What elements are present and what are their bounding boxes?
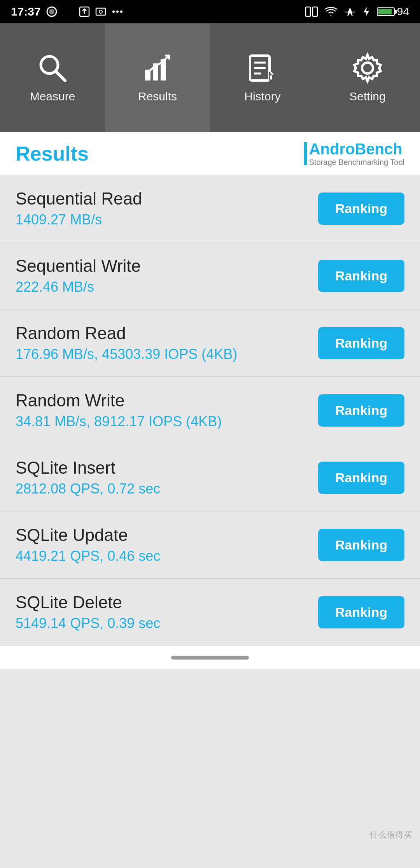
result-name: Sequential Write [16,256,141,276]
status-right: 94 [305,5,409,18]
setting-icon [352,52,383,84]
result-info: Random Read 176.96 MB/s, 45303.39 IOPS (… [16,324,237,362]
logo-subtitle: Storage Benchmarking Tool [309,158,404,167]
wifi-icon [324,6,338,17]
screenshot-icon [95,6,106,17]
status-time: 17:37 [11,5,41,18]
status-left: 17:37 [11,5,123,18]
more-icon [112,10,123,14]
status-bar: 17:37 94 [0,0,420,23]
ranking-button[interactable]: Ranking [318,327,404,359]
result-value: 2812.08 QPS, 0.72 sec [16,481,160,497]
result-item: Random Read 176.96 MB/s, 45303.39 IOPS (… [0,310,420,377]
upload-icon [79,6,90,17]
logo-name: AndroBench [309,140,404,158]
result-info: Sequential Read 1409.27 MB/s [16,189,142,228]
result-item: Sequential Write 222.46 MB/s Ranking [0,242,420,310]
result-value: 1409.27 MB/s [16,212,142,228]
result-item: SQLite Insert 2812.08 QPS, 0.72 sec Rank… [0,444,420,511]
result-value: 4419.21 QPS, 0.46 sec [16,548,160,564]
tab-results[interactable]: Results [105,23,210,132]
result-value: 176.96 MB/s, 45303.39 IOPS (4KB) [16,346,237,362]
result-name: SQLite Delete [16,593,160,612]
page-title: Results [16,142,89,165]
results-list: Sequential Read 1409.27 MB/s Ranking Seq… [0,175,420,646]
results-icon [142,52,173,84]
page-header: Results AndroBench Storage Benchmarking … [0,132,420,175]
nav-tabs: Measure Results History Setting [0,23,420,132]
svg-point-6 [116,10,119,13]
result-info: Random Write 34.81 MB/s, 8912.17 IOPS (4… [16,391,222,430]
svg-rect-8 [306,7,310,16]
tab-setting-label: Setting [349,90,385,103]
result-item: Random Write 34.81 MB/s, 8912.17 IOPS (4… [0,377,420,444]
crescent-icon [63,6,74,17]
tab-measure[interactable]: Measure [0,23,105,132]
logo-bar [304,142,307,165]
ranking-button[interactable]: Ranking [318,529,404,561]
result-item: SQLite Delete 5149.14 QPS, 0.39 sec Rank… [0,579,420,646]
svg-line-12 [56,71,65,80]
charging-icon [362,6,371,17]
tab-setting[interactable]: Setting [315,23,420,132]
logo-text: AndroBench Storage Benchmarking Tool [309,140,404,167]
watermark: 什么值得买 [369,829,412,841]
ranking-button[interactable]: Ranking [318,260,404,292]
result-item: SQLite Update 4419.21 QPS, 0.46 sec Rank… [0,511,420,579]
sim-icon [305,6,318,17]
ranking-button[interactable]: Ranking [318,596,404,628]
result-item: Sequential Read 1409.27 MB/s Ranking [0,175,420,242]
measure-icon [37,52,68,84]
history-icon [247,52,278,84]
result-value: 5149.14 QPS, 0.39 sec [16,615,160,632]
tab-results-label: Results [138,90,177,103]
battery-fill [378,9,392,14]
ranking-button[interactable]: Ranking [318,394,404,427]
result-info: SQLite Delete 5149.14 QPS, 0.39 sec [16,593,160,632]
home-indicator [171,656,249,660]
svg-point-5 [112,10,115,13]
result-name: SQLite Insert [16,458,160,478]
svg-marker-10 [364,7,369,16]
ranking-button[interactable]: Ranking [318,462,404,494]
svg-line-22 [271,73,273,74]
battery-container: 94 [377,5,409,18]
battery-level: 94 [397,5,409,18]
result-info: Sequential Write 222.46 MB/s [16,256,141,295]
tab-history[interactable]: History [210,23,315,132]
result-name: Random Read [16,324,237,343]
svg-point-7 [120,10,122,13]
svg-rect-3 [96,8,105,15]
tab-history-label: History [244,90,280,103]
svg-point-1 [49,9,54,14]
result-info: SQLite Update 4419.21 QPS, 0.46 sec [16,525,160,564]
result-value: 222.46 MB/s [16,279,141,295]
result-name: Sequential Read [16,189,142,208]
circle-icon [46,6,57,17]
bottom-bar [0,646,420,669]
svg-rect-9 [313,7,317,16]
tab-measure-label: Measure [30,90,75,103]
svg-point-23 [362,63,373,74]
svg-point-4 [99,10,102,13]
logo-container: AndroBench Storage Benchmarking Tool [304,140,404,167]
result-value: 34.81 MB/s, 8912.17 IOPS (4KB) [16,413,222,430]
result-name: Random Write [16,391,222,410]
ranking-button[interactable]: Ranking [318,192,404,225]
result-info: SQLite Insert 2812.08 QPS, 0.72 sec [16,458,160,497]
battery-icon [377,7,395,16]
airplane-icon [344,6,356,17]
result-name: SQLite Update [16,525,160,545]
